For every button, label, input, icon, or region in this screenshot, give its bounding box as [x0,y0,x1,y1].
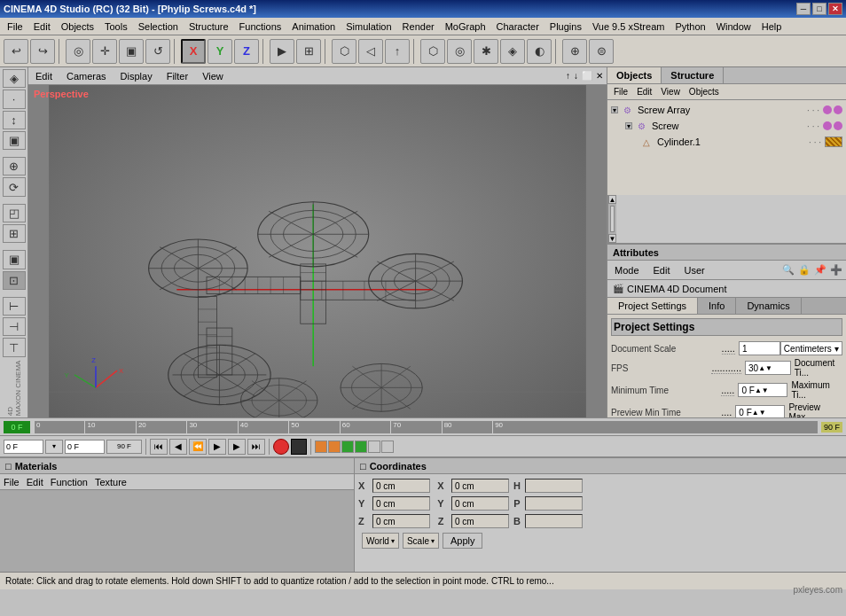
menu-file[interactable]: File [2,19,28,34]
obj-menu-objects[interactable]: Objects [686,87,722,97]
anim-key-btn-4[interactable] [355,441,367,453]
mat-menu-texture[interactable]: Texture [95,477,127,487]
vp-menu-filter[interactable]: Filter [163,71,192,82]
xray-button[interactable]: ⊞ [3,224,26,243]
expand-arrow[interactable]: ▾ [611,106,618,113]
menu-select[interactable]: Selection [133,19,184,34]
attr-mode-user[interactable]: User [681,263,709,277]
subdivision-button[interactable]: ⊕ [562,39,587,64]
scroll-down[interactable]: ▼ [608,234,616,243]
anim-stop-button[interactable] [291,439,307,455]
coord-z-size-field[interactable]: 0 cm [451,514,509,528]
vp-menu-cameras[interactable]: Cameras [63,71,110,82]
tweak-button[interactable]: ⊕ [3,157,26,175]
anim-play-button[interactable]: ▶ [208,439,226,455]
timeline-end-field[interactable]: 90 F [821,422,842,433]
coord-z-pos-field[interactable]: 0 cm [372,514,430,528]
anim-next-frame-button[interactable]: ▶ [228,439,246,455]
create-generator-button[interactable]: ✱ [474,39,498,64]
poly-mode-button[interactable]: ▣ [3,131,26,150]
attr-lock-icon[interactable]: 🔒 [798,264,811,276]
menu-functions[interactable]: Functions [234,19,287,34]
coord-y-size-field[interactable]: 0 cm [451,496,509,511]
obj-menu-edit[interactable]: Edit [634,87,654,97]
coord-p-field[interactable] [525,496,583,511]
obj-menu-file[interactable]: File [611,87,631,97]
maximize-button[interactable]: □ [812,3,826,15]
create-camera-button[interactable]: ◐ [527,39,552,64]
coord-x-pos-field[interactable]: 0 cm [372,479,430,493]
close-button[interactable]: ✕ [828,3,842,15]
move-tool-button[interactable]: ✛ [92,39,117,64]
scroll-up[interactable]: ▲ [608,195,616,204]
minimize-button[interactable]: ─ [796,3,811,15]
anim-frame-field[interactable]: 0 F [65,440,105,454]
anim-time-field[interactable]: 0 F [4,440,43,454]
attr-field-scale-value[interactable]: 1 [739,341,780,355]
anim-go-start-button[interactable]: ⏮ [150,439,168,455]
tab-dynamics[interactable]: Dynamics [736,298,801,314]
anim-key-btn-1[interactable] [315,441,327,453]
coord-world-dropdown[interactable]: World ▾ [362,533,399,549]
menu-simulation[interactable]: Simulation [341,19,396,34]
active-tool-button[interactable]: ⊡ [3,271,26,290]
timeline-start-field[interactable]: 0 F [4,421,30,433]
menu-structure[interactable]: Structure [184,19,234,34]
layers-button[interactable]: ⊣ [3,317,26,336]
coord-x-size-field[interactable]: 0 cm [451,479,509,493]
coord-y-pos-field[interactable]: 0 cm [372,496,430,511]
object-screw-array[interactable]: ▾ ⚙ Screw Array · · · [609,102,844,118]
anim-key-btn-5[interactable] [368,441,380,453]
world-coords-button[interactable]: ▣ [3,250,26,269]
anim-key-btn-6[interactable] [381,441,394,453]
attr-search-icon[interactable]: 🔍 [782,264,795,276]
record-button[interactable]: ⊞ [296,39,321,64]
mat-menu-function[interactable]: Function [51,477,88,487]
scroll-track[interactable] [608,204,616,234]
menu-tools[interactable]: Tools [99,19,133,34]
menu-python[interactable]: Python [670,19,710,34]
scale-tool-button[interactable]: ▣ [119,39,144,64]
rotate-tool-button[interactable]: ↺ [145,39,170,64]
menu-render[interactable]: Render [397,19,440,34]
model-mode-button[interactable]: ◈ [3,69,26,88]
floor-button[interactable]: ⊤ [3,338,26,356]
keyframe-button[interactable]: ▶ [270,39,294,64]
anim-record-button[interactable] [273,439,289,455]
select-tool-button[interactable]: ◎ [66,39,90,64]
attr-field-min-time[interactable]: 0 F ▲▼ [738,383,787,397]
vp-move-up-icon[interactable]: ↑ [566,71,570,81]
palette-button[interactable]: ⊢ [3,297,26,316]
attr-mode-mode[interactable]: Mode [611,263,643,277]
menu-character[interactable]: Character [491,19,544,34]
apply-button[interactable]: Apply [443,533,483,549]
anim-frame-display[interactable]: 90 F [106,440,142,454]
x-axis-button[interactable]: X [181,39,206,64]
attr-field-preview-min[interactable]: 0 F ▲▼ [735,405,785,417]
vp-menu-view[interactable]: View [199,71,227,82]
anim-key-btn-3[interactable] [341,441,354,453]
create-deformer-button[interactable]: ◈ [500,39,525,64]
expand-arrow-2[interactable]: ▾ [625,122,632,129]
attr-add-icon[interactable]: ➕ [830,264,842,276]
snap-button[interactable]: ⟳ [3,177,26,196]
anim-go-end-button[interactable]: ⏭ [247,439,265,455]
menu-window[interactable]: Window [711,19,756,34]
boolean-button[interactable]: ⊜ [589,39,614,64]
tab-objects[interactable]: Objects [607,67,662,83]
edge-mode-button[interactable]: ↕ [3,111,26,129]
tab-info[interactable]: Info [698,298,736,314]
menu-animation[interactable]: Animation [286,19,341,34]
render-button[interactable]: ↑ [385,39,410,64]
attr-pin-icon[interactable]: 📌 [814,264,826,276]
anim-prev-frame-button[interactable]: ◀ [169,439,187,455]
object-screw[interactable]: ▾ ⚙ Screw · · · [623,118,844,134]
render-active-button[interactable]: ◁ [358,39,383,64]
point-mode-button[interactable]: · [3,90,26,108]
mat-menu-file[interactable]: File [4,477,20,487]
objects-scrollbar[interactable]: ▲ ▼ [607,195,616,243]
anim-field-arrow[interactable]: ▾ [45,440,63,454]
vp-menu-edit[interactable]: Edit [32,71,56,82]
menu-vue[interactable]: Vue 9.5 xStream [587,19,670,34]
vp-menu-display[interactable]: Display [117,71,156,82]
